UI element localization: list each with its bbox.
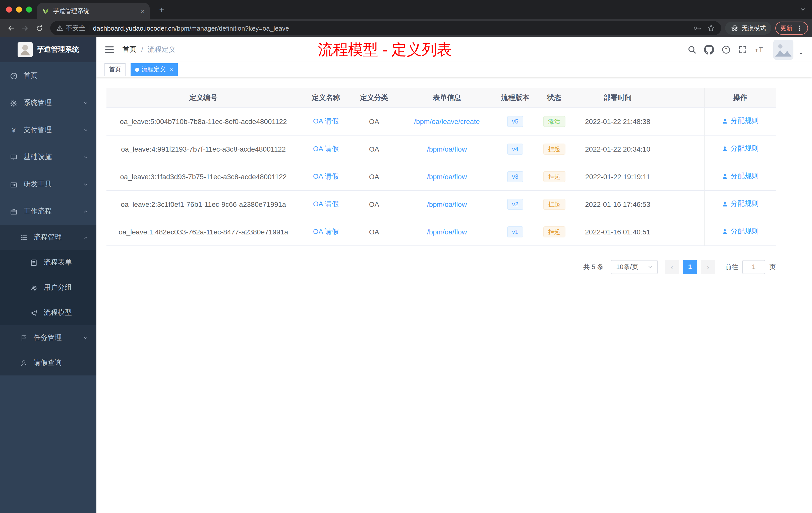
tags-view-tag-0[interactable]: 首页 <box>105 63 125 76</box>
goto-page-input[interactable] <box>742 260 765 274</box>
version-badge: v2 <box>507 199 523 210</box>
assign-rule-link[interactable]: 分配规则 <box>722 144 759 153</box>
form-link[interactable]: /bpm/oa/flow <box>427 200 467 208</box>
key-icon[interactable] <box>693 24 701 32</box>
screen: 芋道管理系统 × + 不安全 dashboard.yudao.iocoder.c… <box>0 0 812 513</box>
sidebar-item-1[interactable]: 系统管理 <box>0 89 96 117</box>
fullscreen-icon[interactable] <box>738 45 747 54</box>
sidebar-logo[interactable]: 芋道管理系统 <box>0 37 96 62</box>
tab-close-icon[interactable]: × <box>141 7 145 14</box>
definition-name-link[interactable]: OA 请假 <box>313 117 339 125</box>
sidebar-item-11[interactable]: 请假查询 <box>0 350 96 375</box>
reload-button[interactable] <box>32 21 46 35</box>
form-link[interactable]: /bpm/oa/leave/create <box>414 117 480 125</box>
version-cell: v5 <box>497 108 533 135</box>
deploy-time-cell: 2022-01-22 21:48:38 <box>575 108 660 135</box>
question-icon[interactable]: ? <box>722 45 731 54</box>
chevron-down-icon <box>647 264 653 270</box>
sidebar-item-5[interactable]: 工作流程 <box>0 198 96 225</box>
sidebar-item-9[interactable]: 流程模型 <box>0 300 96 325</box>
definition-name-link[interactable]: OA 请假 <box>313 172 339 180</box>
assign-rule-link[interactable]: 分配规则 <box>722 172 759 181</box>
status-badge: 挂起 <box>543 226 565 237</box>
browser-tabstrip: 芋道管理系统 × + <box>0 0 812 19</box>
sidebar-item-2[interactable]: ¥支付管理 <box>0 117 96 144</box>
prev-page-button[interactable]: ‹ <box>665 260 679 274</box>
avatar[interactable] <box>773 40 793 60</box>
tag-close-icon[interactable]: × <box>170 66 173 73</box>
page-size-value: 10条/页 <box>616 262 638 271</box>
form-link[interactable]: /bpm/oa/flow <box>427 228 467 236</box>
paper-plane-icon <box>30 309 38 316</box>
tab-search-chevron-icon[interactable] <box>800 6 806 12</box>
new-tab-button[interactable]: + <box>156 4 168 16</box>
deploy-time-cell: 2022-01-22 19:19:11 <box>575 163 660 190</box>
browser-tab[interactable]: 芋道管理系统 × <box>37 3 150 19</box>
assign-rule-link[interactable]: 分配规则 <box>722 227 759 236</box>
breadcrumb-home[interactable]: 首页 <box>122 45 137 54</box>
page-size-select[interactable]: 10条/页 <box>611 260 658 274</box>
definition-id-cell: oa_leave:3:1fad3d93-7b75-11ec-a3c8-acde4… <box>107 163 300 190</box>
form-cell: /bpm/oa/flow <box>397 190 497 218</box>
form-icon <box>30 259 38 266</box>
table-row: oa_leave:4:991f2193-7b7f-11ec-a3c8-acde4… <box>107 135 776 163</box>
pagination-total: 共 5 条 <box>583 262 604 271</box>
caret-down-icon[interactable] <box>798 51 804 57</box>
sidebar-item-7[interactable]: 流程表单 <box>0 250 96 275</box>
sidebar-item-0[interactable]: 首页 <box>0 62 96 89</box>
window-minimize-button[interactable] <box>16 6 22 12</box>
kebab-menu-icon[interactable] <box>796 25 803 32</box>
dev-tools-icon <box>10 180 18 188</box>
sidebar-item-4[interactable]: 研发工具 <box>0 171 96 198</box>
back-icon <box>7 24 15 32</box>
tags-view-tag-1[interactable]: 流程定义× <box>130 63 178 76</box>
back-button[interactable] <box>4 21 18 35</box>
sidebar-item-3[interactable]: 基础设施 <box>0 144 96 171</box>
person-fill-icon <box>722 146 728 152</box>
star-icon[interactable] <box>707 24 715 32</box>
status-badge: 挂起 <box>543 199 565 210</box>
github-icon[interactable] <box>704 45 714 55</box>
status-cell: 挂起 <box>533 218 575 245</box>
address-bar[interactable]: 不安全 dashboard.yudao.iocoder.cn/bpm/manag… <box>50 21 721 35</box>
svg-text:?: ? <box>725 47 728 53</box>
column-header-1: 定义名称 <box>300 88 351 108</box>
window-close-button[interactable] <box>6 6 12 12</box>
definition-name-cell: OA 请假 <box>300 218 351 245</box>
font-size-icon[interactable]: TT <box>755 45 766 54</box>
url-domain: dashboard.yudao.iocoder.cn <box>93 24 175 32</box>
security-chip[interactable]: 不安全 <box>56 24 85 33</box>
hamburger-icon[interactable] <box>105 45 115 55</box>
active-tag-dot-icon <box>135 67 139 71</box>
column-header-5: 状态 <box>533 88 575 108</box>
definition-name-link[interactable]: OA 请假 <box>313 200 339 208</box>
definition-name-link[interactable]: OA 请假 <box>313 144 339 152</box>
definition-name-link[interactable]: OA 请假 <box>313 227 339 235</box>
assign-rule-link[interactable]: 分配规则 <box>722 200 759 209</box>
workflow-icon <box>10 208 18 215</box>
forward-button[interactable] <box>18 21 32 35</box>
sidebar-item-10[interactable]: 任务管理 <box>0 325 96 350</box>
page-unit-label: 页 <box>769 262 776 271</box>
process-list-icon <box>20 234 28 241</box>
assign-rule-link[interactable]: 分配规则 <box>722 117 759 126</box>
search-icon[interactable] <box>688 45 696 54</box>
next-page-button[interactable]: › <box>701 260 715 274</box>
page-number-button[interactable]: 1 <box>683 260 697 274</box>
update-button[interactable]: 更新 <box>775 22 808 35</box>
person-fill-icon <box>722 229 728 235</box>
form-link[interactable]: /bpm/oa/flow <box>427 173 467 180</box>
form-link[interactable]: /bpm/oa/flow <box>427 145 467 153</box>
navbar-actions: ? TT <box>688 40 804 60</box>
form-cell: /bpm/oa/flow <box>397 218 497 245</box>
dashboard-icon <box>10 72 18 80</box>
filler-cell <box>660 163 704 190</box>
sidebar-item-8[interactable]: 用户分组 <box>0 275 96 300</box>
category-cell: OA <box>351 108 397 135</box>
security-label: 不安全 <box>66 24 85 33</box>
incognito-badge: 无痕模式 <box>725 22 771 35</box>
window-zoom-button[interactable] <box>26 6 32 12</box>
table-row: oa_leave:2:3c1f0ef1-76b1-11ec-9c66-a2380… <box>107 190 776 218</box>
sidebar-item-6[interactable]: 流程管理 <box>0 225 96 250</box>
window-controls <box>6 6 32 12</box>
